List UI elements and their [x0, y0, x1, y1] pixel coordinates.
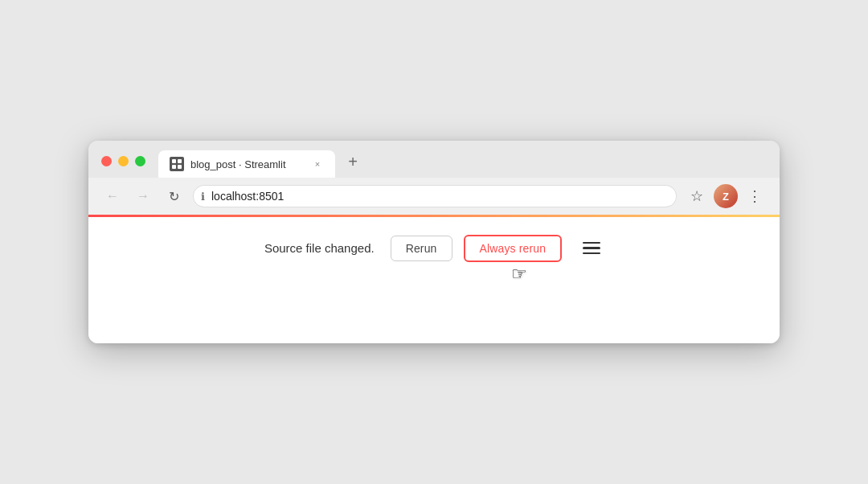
hamburger-menu-button[interactable]	[579, 239, 604, 258]
tab-title: blog_post · Streamlit	[190, 158, 305, 170]
page-content: Source file changed. Rerun Always rerun …	[88, 215, 780, 343]
cursor-icon: ☞	[511, 264, 527, 285]
svg-rect-3	[178, 165, 182, 169]
close-button[interactable]	[101, 156, 112, 166]
bookmark-button[interactable]: ☆	[685, 184, 709, 208]
svg-rect-1	[178, 159, 182, 163]
forward-button[interactable]: →	[132, 185, 154, 207]
title-bar: blog_post · Streamlit × +	[88, 141, 780, 178]
traffic-lights	[101, 156, 145, 178]
profile-button[interactable]: Z	[714, 184, 738, 208]
hamburger-line-2	[583, 247, 600, 249]
svg-rect-2	[172, 165, 176, 169]
new-tab-button[interactable]: +	[342, 150, 364, 173]
svg-rect-0	[172, 159, 176, 163]
back-button[interactable]: ←	[101, 185, 124, 207]
info-icon: ℹ	[201, 191, 205, 203]
rerun-button[interactable]: Rerun	[391, 236, 452, 261]
reload-button[interactable]: ↻	[162, 185, 185, 207]
source-changed-message: Source file changed.	[264, 241, 375, 255]
tab-close-button[interactable]: ×	[311, 158, 324, 170]
always-rerun-wrapper: Always rerun ☞	[464, 235, 563, 262]
browser-tab[interactable]: blog_post · Streamlit ×	[158, 150, 335, 178]
more-options-button[interactable]: ⋮	[743, 184, 767, 208]
maximize-button[interactable]	[135, 156, 145, 166]
tab-favicon	[170, 157, 184, 171]
hamburger-line-1	[583, 242, 600, 244]
minimize-button[interactable]	[118, 156, 129, 166]
url-display: localhost:8501	[211, 190, 665, 203]
browser-window: blog_post · Streamlit × + ← → ↻ ℹ localh…	[88, 141, 780, 343]
streamlit-toolbar: Source file changed. Rerun Always rerun …	[88, 215, 780, 279]
address-input[interactable]: ℹ localhost:8501	[193, 185, 677, 207]
always-rerun-button[interactable]: Always rerun	[464, 235, 563, 262]
hamburger-line-3	[583, 252, 600, 255]
address-actions: ☆ Z ⋮	[685, 184, 767, 208]
address-bar: ← → ↻ ℹ localhost:8501 ☆ Z ⋮	[88, 178, 780, 215]
